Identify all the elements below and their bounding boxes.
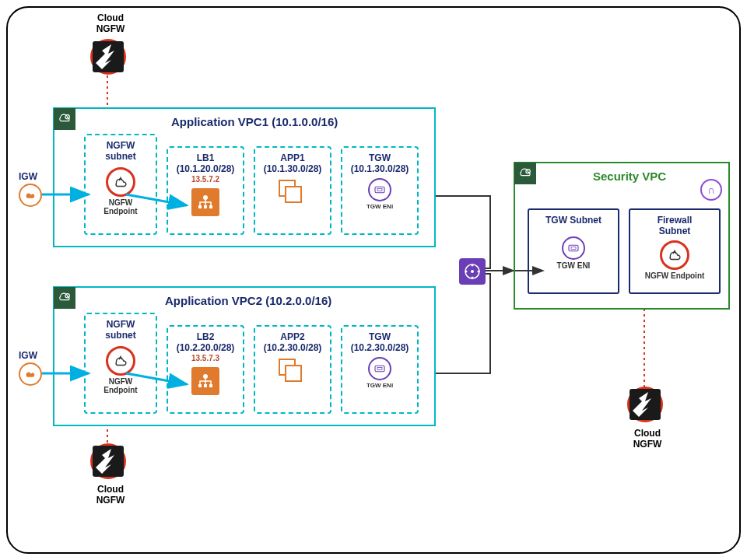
svg-point-11 [203, 374, 208, 379]
vpc2-tgw-cidr: (10.2.30.0/28) [342, 342, 417, 353]
vpc2-lb-ip: 13.5.7.3 [168, 354, 243, 362]
secvpc-fw-caption: NGFW Endpoint [630, 271, 719, 280]
transit-gateway-hub-icon [459, 258, 486, 285]
vpc2-lb-subnet: LB2 (10.2.20.0/28) 13.5.7.3 [167, 325, 244, 414]
vpc2-lb-cidr: (10.2.20.0/28) [168, 342, 243, 353]
svg-rect-8 [375, 187, 384, 193]
vpc2-lb-title: LB2 [168, 331, 243, 342]
vpc2-ngfw-endpoint-icon [106, 346, 135, 376]
vpc2-tgw-caption: TGW ENI [342, 382, 417, 389]
svg-rect-24 [569, 246, 578, 252]
vpc-badge-icon [54, 287, 75, 309]
diagram-canvas: Cloud NGFW Application VPC1 (10.1.0.0/16… [6, 6, 741, 554]
tgw-eni-icon [562, 236, 585, 260]
vpc2-app-cidr: (10.2.30.0/28) [255, 342, 330, 353]
vpc2-ngfw-endpoint-caption: NGFW Endpoint [86, 377, 156, 394]
svg-point-4 [203, 195, 208, 200]
secvpc-tgw-title: TGW Subnet [529, 215, 618, 226]
vpc1-tgw-subnet: TGW (10.1.30.0/28) TGW ENI [341, 146, 419, 235]
vpc2-tgw-subnet: TGW (10.2.30.0/28) TGW ENI [341, 325, 419, 414]
vpc1-ngfw-subnet: NGFW subnet NGFW Endpoint [84, 134, 157, 235]
cloud-ngfw-top-icon [90, 39, 126, 75]
svg-rect-15 [375, 366, 384, 372]
secvpc-fw-subnet: Firewall Subnet NGFW Endpoint [629, 208, 721, 294]
vpc1-title: Application VPC1 (10.1.0.0/16) [171, 115, 338, 128]
app-icon [279, 180, 307, 208]
vpc1-ngfw-endpoint-icon [106, 167, 135, 197]
vpc1-lb-cidr: (10.1.20.0/28) [168, 163, 243, 174]
secvpc-tgw-caption: TGW ENI [529, 261, 618, 270]
svg-rect-14 [209, 384, 212, 387]
vpc1-container: Application VPC1 (10.1.0.0/16) NGFW subn… [53, 107, 436, 247]
cloud-ngfw-top-label: Cloud NGFW [82, 12, 139, 34]
vpc2-igw-icon [19, 362, 42, 386]
vpc1-igw-label: IGW [19, 171, 37, 182]
vpc1-igw-icon [19, 184, 42, 207]
vpc1-app-title: APP1 [255, 152, 330, 163]
secvpc-fw-title: Firewall Subnet [630, 215, 719, 237]
tgw-eni-icon [368, 357, 391, 380]
svg-point-22 [478, 271, 480, 273]
svg-rect-9 [377, 188, 382, 191]
vpc1-app-cidr: (10.1.30.0/28) [255, 163, 330, 174]
vpc1-tgw-title: TGW [342, 152, 417, 163]
vpc2-tgw-title: TGW [342, 331, 417, 342]
vpc2-app-title: APP2 [255, 331, 330, 342]
app-icon [279, 359, 307, 387]
vpc1-tgw-cidr: (10.1.30.0/28) [342, 163, 417, 174]
purple-circle-icon: ∩ [700, 179, 722, 201]
svg-rect-5 [198, 205, 202, 208]
svg-rect-7 [209, 205, 212, 208]
vpc2-igw-label: IGW [19, 350, 37, 361]
svg-rect-25 [571, 247, 576, 250]
svg-rect-6 [204, 205, 207, 208]
secvpc-tgw-subnet: TGW Subnet TGW ENI [528, 208, 619, 294]
cloud-ngfw-right-label: Cloud NGFW [619, 428, 675, 450]
cloud-ngfw-right-icon [627, 387, 663, 422]
svg-point-19 [472, 264, 474, 267]
vpc1-ngfw-subnet-title: NGFW subnet [86, 140, 156, 163]
lb-icon [191, 188, 219, 216]
vpc-badge-icon [514, 163, 536, 184]
vpc2-ngfw-subnet: NGFW subnet NGFW Endpoint [84, 313, 157, 414]
vpc1-ngfw-endpoint-caption: NGFW Endpoint [86, 198, 156, 215]
vpc1-lb-subnet: LB1 (10.1.20.0/28) 13.5.7.2 [167, 146, 244, 235]
vpc1-app-subnet: APP1 (10.1.30.0/28) [254, 146, 331, 235]
tgw-eni-icon [368, 178, 391, 201]
secvpc-ngfw-endpoint-icon [660, 240, 689, 270]
svg-point-21 [465, 271, 468, 273]
vpc2-ngfw-subnet-title: NGFW subnet [86, 319, 156, 341]
svg-point-18 [471, 270, 474, 273]
security-vpc-title: Security VPC [593, 170, 666, 183]
vpc2-app-subnet: APP2 (10.2.30.0/28) [254, 325, 331, 414]
vpc1-lb-title: LB1 [168, 152, 243, 163]
cloud-ngfw-bottom-label: Cloud NGFW [82, 484, 139, 506]
vpc2-title: Application VPC2 (10.2.0.0/16) [165, 294, 331, 307]
cloud-ngfw-bottom-icon [90, 443, 126, 479]
svg-point-20 [472, 277, 474, 279]
vpc1-tgw-caption: TGW ENI [342, 203, 417, 210]
vpc-badge-icon [54, 108, 75, 130]
svg-rect-13 [204, 384, 207, 387]
svg-rect-16 [377, 367, 382, 369]
svg-rect-12 [198, 384, 202, 387]
vpc1-lb-ip: 13.5.7.2 [168, 175, 243, 184]
lb-icon [191, 367, 219, 395]
vpc2-container: Application VPC2 (10.2.0.0/16) NGFW subn… [53, 286, 436, 426]
security-vpc-container: Security VPC ∩ TGW Subnet TGW ENI Firewa… [514, 162, 730, 310]
